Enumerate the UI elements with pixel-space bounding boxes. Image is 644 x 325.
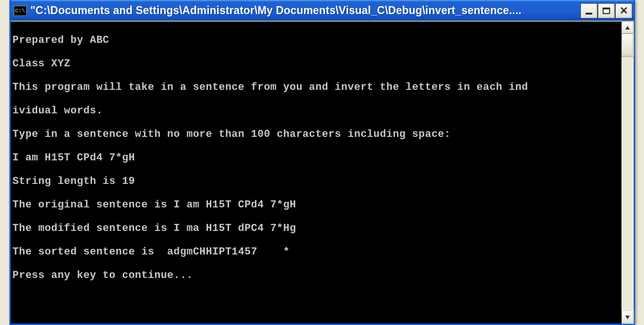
close-icon: ✕ xyxy=(620,6,628,16)
console-line: The modified sentence is I ma H15T dPC4 … xyxy=(13,222,621,234)
client-area: Prepared by ABC Class XYZ This program w… xyxy=(11,21,634,324)
svg-marker-1 xyxy=(625,316,630,319)
scroll-up-button[interactable] xyxy=(622,22,634,34)
console-line: I am H15T CPd4 7*gH xyxy=(13,152,621,164)
minimize-button[interactable] xyxy=(581,4,597,18)
console-line: The original sentence is I am H15T CPd4 … xyxy=(13,199,621,211)
console-line: Press any key to continue... xyxy=(13,270,621,281)
console-window: c:\ "C:\Documents and Settings\Administr… xyxy=(9,0,635,325)
console-line: This program will take in a sentence fro… xyxy=(13,81,621,93)
window-title: "C:\Documents and Settings\Administrator… xyxy=(31,4,578,17)
window-controls: ✕ xyxy=(581,4,632,18)
chevron-down-icon xyxy=(625,316,630,319)
close-button[interactable]: ✕ xyxy=(616,4,632,18)
svg-marker-0 xyxy=(625,26,630,30)
scroll-thumb[interactable] xyxy=(622,34,634,56)
scroll-down-button[interactable] xyxy=(622,311,634,324)
console-line: Type in a sentence with no more than 100… xyxy=(13,128,621,140)
console-line: Prepared by ABC xyxy=(13,34,621,46)
console-line: ividual words. xyxy=(13,105,621,117)
maximize-button[interactable] xyxy=(598,4,614,18)
console-line: Class XYZ xyxy=(13,58,621,70)
minimize-icon xyxy=(586,13,592,15)
console-line: String length is 19 xyxy=(13,175,621,187)
cmd-icon: c:\ xyxy=(14,6,27,16)
chevron-up-icon xyxy=(625,26,630,30)
scroll-track[interactable] xyxy=(622,34,634,311)
console-output: Prepared by ABC Class XYZ This program w… xyxy=(11,22,621,324)
vertical-scrollbar[interactable] xyxy=(621,22,634,324)
maximize-icon xyxy=(603,8,610,14)
titlebar[interactable]: c:\ "C:\Documents and Settings\Administr… xyxy=(11,0,634,21)
console-line: The sorted sentence is adgmCHHIPT1457 * xyxy=(13,246,621,258)
